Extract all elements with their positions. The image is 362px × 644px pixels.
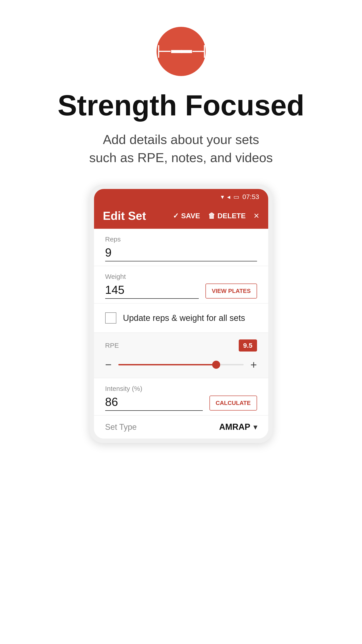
- update-all-label: Update reps & weight for all sets: [123, 313, 245, 323]
- wifi-icon: ▾: [221, 193, 224, 200]
- set-type-dropdown[interactable]: AMRAP ▾: [219, 422, 257, 432]
- form-section: Reps 9 Weight 145 VIEW PLATES Update rep…: [94, 229, 268, 438]
- delete-label: DELETE: [217, 212, 246, 220]
- delete-button[interactable]: 🗑 DELETE: [208, 212, 246, 220]
- toolbar: Edit Set ✓ SAVE 🗑 DELETE ×: [94, 203, 268, 229]
- rpe-slider-thumb[interactable]: [212, 361, 220, 369]
- rpe-label: RPE: [105, 342, 119, 349]
- set-type-selected: AMRAP: [219, 422, 250, 432]
- rpe-section: RPE 9.5 − +: [94, 333, 268, 378]
- calculate-button[interactable]: CALCULATE: [209, 396, 257, 410]
- intensity-section: Intensity (%) 86 CALCULATE: [94, 378, 268, 416]
- weight-input[interactable]: 145: [105, 283, 199, 299]
- save-check-icon: ✓: [173, 212, 179, 220]
- set-type-section: Set Type AMRAP ▾: [94, 416, 268, 438]
- reps-label: Reps: [105, 236, 257, 243]
- set-type-row: Set Type AMRAP ▾: [105, 422, 257, 432]
- app-icon: ⊢━━⊣: [157, 27, 206, 76]
- phone-frame: ▾ ◂ ▭ 07:53 Edit Set ✓ SAVE 🗑 DELETE ×: [90, 184, 273, 443]
- toolbar-actions: ✓ SAVE 🗑 DELETE ×: [173, 210, 259, 221]
- chevron-down-icon: ▾: [253, 423, 257, 431]
- phone-inner: ▾ ◂ ▭ 07:53 Edit Set ✓ SAVE 🗑 DELETE ×: [94, 189, 268, 438]
- toolbar-title: Edit Set: [103, 209, 146, 222]
- rpe-header: RPE 9.5: [105, 340, 257, 352]
- rpe-slider[interactable]: [118, 364, 244, 366]
- view-plates-button[interactable]: VIEW PLATES: [205, 284, 257, 298]
- save-label: SAVE: [181, 212, 200, 220]
- weight-row: 145 VIEW PLATES: [105, 283, 257, 299]
- reps-input[interactable]: 9: [105, 246, 257, 262]
- update-all-checkbox[interactable]: [105, 312, 116, 324]
- delete-trash-icon: 🗑: [208, 212, 215, 220]
- app-title: Strength Focused: [58, 90, 304, 122]
- rpe-badge: 9.5: [239, 340, 257, 352]
- reps-group: Reps 9: [94, 229, 268, 266]
- weight-label: Weight: [105, 273, 257, 280]
- update-all-row: Update reps & weight for all sets: [94, 304, 268, 333]
- rpe-decrease-button[interactable]: −: [105, 358, 112, 371]
- battery-icon: ▭: [233, 193, 239, 200]
- signal-icon: ◂: [227, 193, 230, 200]
- intensity-row: 86 CALCULATE: [105, 395, 257, 411]
- rpe-slider-fill: [118, 364, 216, 366]
- close-button[interactable]: ×: [254, 210, 259, 221]
- status-time: 07:53: [242, 193, 259, 200]
- status-bar: ▾ ◂ ▭ 07:53: [94, 189, 268, 203]
- rpe-increase-button[interactable]: +: [250, 358, 257, 371]
- intensity-input[interactable]: 86: [105, 395, 203, 411]
- intensity-label: Intensity (%): [105, 385, 257, 392]
- weight-group: Weight 145 VIEW PLATES: [94, 266, 268, 304]
- status-icons: ▾ ◂ ▭ 07:53: [221, 193, 259, 200]
- app-subtitle: Add details about your setssuch as RPE, …: [89, 130, 273, 166]
- barbell-icon: ⊢━━⊣: [157, 41, 206, 62]
- rpe-slider-row: − +: [105, 358, 257, 371]
- set-type-label: Set Type: [105, 422, 137, 432]
- save-button[interactable]: ✓ SAVE: [173, 212, 200, 220]
